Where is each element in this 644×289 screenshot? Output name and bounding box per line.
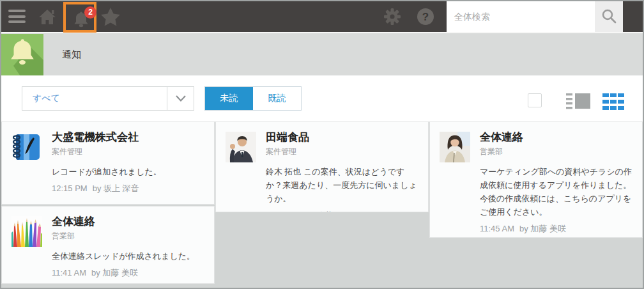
question-mark-icon: ?	[417, 18, 434, 27]
card-time: 11:41 AM	[52, 268, 86, 277]
woman-avatar-photo	[440, 132, 470, 162]
favorites-button[interactable]	[100, 7, 121, 26]
card-title: 田端食品	[266, 130, 420, 144]
notification-count-badge: 2	[84, 6, 96, 19]
card-column: 全体連絡 営業部 マーケティング部への資料やチラシの作成依頼に使用するアプリを作…	[429, 121, 643, 238]
notification-highlight-box: 2	[63, 2, 96, 33]
card-footer: 11:52 AMby 佐藤 昇	[266, 210, 420, 212]
home-button[interactable]	[38, 7, 57, 26]
page-title: 通知	[62, 49, 81, 61]
list-preview-icon	[566, 102, 590, 112]
card-column: 大盛電機株式会社 案件管理 レコードが追加されました。 12:15 PMby 坂…	[1, 121, 215, 284]
card-author: by 坂上 深音	[93, 184, 139, 193]
card-time: 12:15 PM	[52, 184, 88, 193]
card-title: 全体連絡	[52, 215, 206, 229]
settings-button[interactable]	[383, 8, 401, 26]
card-body: 全体連絡スレッドが作成されました。	[52, 249, 206, 263]
page-header: 通知	[1, 33, 643, 75]
notification-filter-dropdown[interactable]: すべて	[22, 86, 194, 111]
card-time: 11:52 AM	[266, 210, 300, 212]
notebook-app-icon	[12, 132, 42, 162]
notification-app-icon	[1, 34, 43, 76]
notification-list: 大盛電機株式会社 案件管理 レコードが追加されました。 12:15 PMby 坂…	[1, 121, 643, 284]
search-icon	[601, 8, 617, 26]
global-search-input[interactable]	[447, 1, 595, 32]
card-author: by 佐藤 昇	[305, 210, 344, 212]
hamburger-menu-button[interactable]	[8, 10, 26, 23]
card-author: by 加藤 美咲	[91, 268, 138, 277]
chevron-down-icon	[167, 87, 194, 110]
svg-text:?: ?	[422, 11, 429, 23]
list-view-toggle[interactable]	[566, 92, 590, 112]
topbar: 2	[1, 1, 643, 32]
card-footer: 11:41 AMby 加藤 美咲	[52, 267, 206, 279]
read-state-tabs: 未読 既読	[204, 86, 302, 111]
card-app-name: 営業部	[480, 146, 634, 157]
tab-unread[interactable]: 未読	[205, 87, 253, 110]
card-app-name: 案件管理	[52, 146, 206, 157]
colored-pencils-icon	[12, 216, 42, 247]
card-author: by 加藤 美咲	[519, 224, 566, 233]
star-icon	[100, 19, 121, 28]
card-time: 11:45 AM	[480, 224, 514, 233]
man-avatar-photo	[226, 132, 256, 162]
global-search	[447, 1, 623, 32]
card-footer: 12:15 PMby 坂上 深音	[52, 183, 206, 194]
card-body: レコードが追加されました。	[52, 165, 206, 178]
notification-card[interactable]: 田端食品 案件管理 鈴木 拓也 この案件、状況はどうですか？来週あたり、一度先方…	[215, 121, 429, 212]
notifications-button[interactable]: 2	[72, 11, 91, 30]
card-app-name: 案件管理	[266, 146, 420, 157]
card-footer: 11:45 AMby 加藤 美咲	[480, 223, 634, 235]
card-app-name: 営業部	[52, 231, 206, 242]
notification-card[interactable]: 大盛電機株式会社 案件管理 レコードが追加されました。 12:15 PMby 坂…	[1, 121, 215, 205]
card-body: 鈴木 拓也 この案件、状況はどうですか？来週あたり、一度先方に伺いましょうか。	[266, 165, 420, 205]
home-icon	[38, 19, 57, 28]
select-all-checkbox[interactable]	[528, 93, 542, 107]
search-submit-button[interactable]	[595, 1, 623, 32]
card-column: 田端食品 案件管理 鈴木 拓也 この案件、状況はどうですか？来週あたり、一度先方…	[215, 121, 429, 212]
notification-page: 2	[0, 0, 644, 289]
card-title: 大盛電機株式会社	[52, 130, 206, 144]
grid-view-toggle[interactable]	[602, 93, 624, 112]
card-body: マーケティング部への資料やチラシの作成依頼に使用するアプリを作りました。 今後の…	[480, 165, 634, 219]
filter-bar: すべて 未読 既読	[1, 75, 643, 121]
bell-icon	[72, 21, 90, 31]
help-button[interactable]: ?	[417, 8, 434, 26]
grid-icon	[602, 102, 624, 112]
card-title: 全体連絡	[480, 130, 634, 144]
tab-read[interactable]: 既読	[253, 87, 301, 110]
notification-card[interactable]: 全体連絡 営業部 マーケティング部への資料やチラシの作成依頼に使用するアプリを作…	[429, 121, 643, 238]
dropdown-selected-value: すべて	[22, 93, 167, 104]
notification-card[interactable]: 全体連絡 営業部 全体連絡スレッドが作成されました。 11:41 AMby 加藤…	[1, 206, 215, 284]
gear-icon	[383, 18, 401, 27]
